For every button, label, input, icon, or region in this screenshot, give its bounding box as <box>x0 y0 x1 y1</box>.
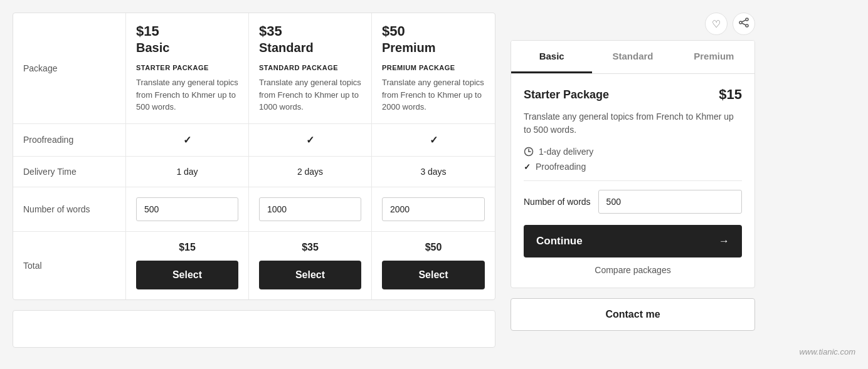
tab-standard[interactable]: Standard <box>592 41 673 73</box>
words-row: Number of words <box>13 187 495 232</box>
compare-packages-link[interactable]: Compare packages <box>524 265 742 275</box>
share-icon <box>739 18 749 30</box>
premium-delivery: 3 days <box>372 157 495 187</box>
package-detail-header: Starter Package $15 <box>524 86 742 103</box>
basic-package-header: $15 Basic STARTER PACKAGE Translate any … <box>126 13 249 123</box>
premium-select-button[interactable]: Select <box>382 261 485 289</box>
premium-package-header: $50 Premium PREMIUM PACKAGE Translate an… <box>372 13 495 123</box>
premium-check-icon: ✓ <box>430 134 438 146</box>
standard-check-icon: ✓ <box>306 134 314 146</box>
svg-line-4 <box>742 23 746 25</box>
basic-check-icon: ✓ <box>183 134 191 146</box>
bottom-section <box>13 310 495 348</box>
basic-proofreading: ✓ <box>126 124 249 156</box>
words-detail-input[interactable] <box>598 190 742 214</box>
basic-desc: Translate any general topics from French… <box>136 76 238 113</box>
package-detail-price: $15 <box>719 86 742 103</box>
delivery-text: 1-day delivery <box>539 147 593 157</box>
proofreading-check-icon: ✓ <box>524 162 531 172</box>
package-detail-name: Starter Package <box>524 88 609 101</box>
basic-name: Basic <box>136 41 238 55</box>
standard-select-button[interactable]: Select <box>259 261 361 289</box>
standard-name: Standard <box>259 41 361 55</box>
basic-total-cell: $15 Select <box>126 232 249 299</box>
premium-words-input[interactable] <box>382 197 485 221</box>
tab-premium[interactable]: Premium <box>674 41 754 73</box>
detail-divider <box>524 180 742 181</box>
basic-select-button[interactable]: Select <box>136 261 238 289</box>
package-detail: Starter Package $15 Translate any genera… <box>511 74 754 288</box>
standard-delivery: 2 days <box>249 157 372 187</box>
standard-package-header: $35 Standard STANDARD PACKAGE Translate … <box>249 13 372 123</box>
table-header-row: Package $15 Basic STARTER PACKAGE Transl… <box>13 13 495 124</box>
standard-proofreading: ✓ <box>249 124 372 156</box>
premium-desc: Translate any general topics from French… <box>382 76 485 113</box>
svg-point-1 <box>746 24 748 27</box>
words-detail-row: Number of words <box>524 190 742 214</box>
premium-total-cell: $50 Select <box>372 232 495 299</box>
proofreading-text: Proofreading <box>536 162 586 172</box>
premium-name: Premium <box>382 41 485 55</box>
contact-me-button[interactable]: Contact me <box>511 298 755 331</box>
continue-button[interactable]: Continue → <box>524 225 742 257</box>
proofreading-row: Proofreading ✓ ✓ ✓ <box>13 124 495 157</box>
right-panel: ♡ Basic Standard Premium St <box>511 13 755 356</box>
package-label: Package <box>13 13 126 123</box>
standard-total-cell: $35 Select <box>249 232 372 299</box>
package-detail-desc: Translate any general topics from French… <box>524 110 742 137</box>
heart-icon: ♡ <box>712 18 721 30</box>
standard-type: STANDARD PACKAGE <box>259 64 361 71</box>
premium-total-price: $50 <box>425 242 442 253</box>
svg-line-3 <box>742 20 746 22</box>
left-panel: Package $15 Basic STARTER PACKAGE Transl… <box>13 13 495 356</box>
words-detail-label: Number of words <box>524 197 591 207</box>
basic-total-price: $15 <box>179 242 196 253</box>
svg-point-0 <box>746 18 748 21</box>
standard-desc: Translate any general topics from French… <box>259 76 361 113</box>
favorite-button[interactable]: ♡ <box>705 13 728 35</box>
basic-type: STARTER PACKAGE <box>136 64 238 71</box>
delivery-row: Delivery Time 1 day 2 days 3 days <box>13 157 495 187</box>
proofreading-feature: ✓ Proofreading <box>524 162 742 172</box>
proofreading-label: Proofreading <box>13 124 126 156</box>
basic-words-input[interactable] <box>136 197 238 221</box>
watermark: www.tianic.com <box>799 347 855 356</box>
standard-words-input[interactable] <box>259 197 361 221</box>
standard-price: $35 <box>259 23 361 39</box>
arrow-right-icon: → <box>719 235 729 247</box>
total-label: Total <box>13 232 126 299</box>
clock-icon <box>524 147 534 157</box>
share-button[interactable] <box>733 13 755 35</box>
packages-table: Package $15 Basic STARTER PACKAGE Transl… <box>13 13 495 300</box>
total-row: Total $15 Select $35 Select $50 Select <box>13 232 495 299</box>
basic-price: $15 <box>136 23 238 39</box>
standard-total-price: $35 <box>302 242 319 253</box>
tabs-row: Basic Standard Premium <box>511 41 754 74</box>
delivery-label: Delivery Time <box>13 157 126 187</box>
top-icons-row: ♡ <box>511 13 755 35</box>
tab-basic[interactable]: Basic <box>511 41 592 73</box>
delivery-feature: 1-day delivery <box>524 147 742 157</box>
basic-words-cell <box>126 187 249 231</box>
words-label: Number of words <box>13 187 126 231</box>
premium-price: $50 <box>382 23 485 39</box>
premium-type: PREMIUM PACKAGE <box>382 64 485 71</box>
standard-words-cell <box>249 187 372 231</box>
continue-label: Continue <box>536 235 583 247</box>
premium-proofreading: ✓ <box>372 124 495 156</box>
package-selector-card: Basic Standard Premium Starter Package $… <box>511 40 755 288</box>
basic-delivery: 1 day <box>126 157 249 187</box>
svg-point-2 <box>739 21 742 24</box>
premium-words-cell <box>372 187 495 231</box>
